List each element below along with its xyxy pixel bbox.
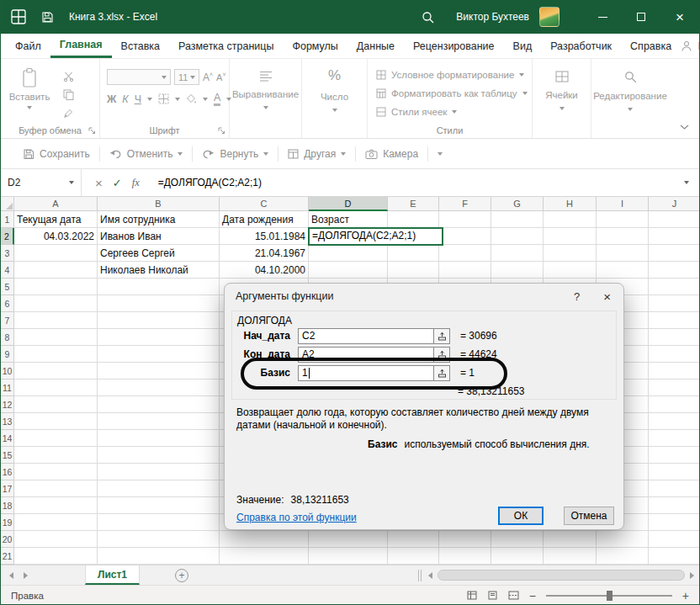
copy-icon[interactable] (63, 89, 74, 100)
row-header-11[interactable]: 11 (1, 379, 14, 396)
cell-A15[interactable] (14, 447, 98, 464)
cell-A21[interactable] (14, 548, 98, 565)
column-header-G[interactable]: G (491, 197, 544, 211)
cell-C1[interactable]: Дата рождения (220, 211, 309, 228)
cell-H20[interactable] (544, 531, 597, 548)
search-icon[interactable] (422, 11, 434, 24)
cell-A7[interactable] (14, 312, 98, 329)
cell-E3[interactable] (388, 245, 439, 262)
row-header-6[interactable]: 6 (1, 295, 14, 312)
cell-J18[interactable] (649, 497, 700, 514)
sheet-tab-list1[interactable]: Лист1 (85, 565, 140, 585)
cell-B13[interactable] (98, 413, 220, 430)
column-header-B[interactable]: B (98, 197, 220, 211)
collapse-ribbon-icon[interactable] (680, 125, 689, 130)
alignment-group[interactable]: Выравнивание (230, 59, 302, 138)
shrink-font-button[interactable]: А˅ (216, 72, 225, 82)
cell-J19[interactable] (649, 514, 700, 531)
scroll-left-icon[interactable] (428, 572, 432, 579)
cell-B16[interactable] (98, 464, 220, 480)
row-header-5[interactable]: 5 (1, 279, 14, 295)
column-header-J[interactable]: J (649, 197, 700, 211)
cell-J8[interactable] (649, 329, 700, 346)
row-header-19[interactable]: 19 (1, 514, 14, 531)
cell-J16[interactable] (649, 464, 700, 480)
cell-B3[interactable]: Сергеев Сергей (98, 245, 220, 262)
cell-B7[interactable] (98, 312, 220, 329)
cell-J11[interactable] (649, 379, 700, 396)
cell-D1[interactable]: Возраст (309, 211, 388, 228)
number-group[interactable]: % Число (302, 59, 368, 138)
cell-H4[interactable] (544, 262, 597, 279)
row-header-8[interactable]: 8 (1, 329, 14, 346)
cell-C20[interactable] (220, 531, 309, 548)
cell-J9[interactable] (649, 346, 700, 363)
editing-group[interactable]: Редактирование (591, 59, 669, 138)
share-button[interactable]: Поделиться (681, 34, 700, 58)
cell-H21[interactable] (544, 548, 597, 565)
cell-H1[interactable] (544, 211, 597, 228)
avatar[interactable] (539, 7, 559, 27)
cell-A10[interactable] (14, 363, 98, 379)
tab-help[interactable]: Справка (621, 34, 681, 58)
font-name-select[interactable] (107, 69, 171, 85)
enter-entry-icon[interactable]: ✓ (113, 177, 122, 189)
horizontal-scrollbar[interactable] (422, 570, 699, 581)
cell-A16[interactable] (14, 464, 98, 480)
cell-E4[interactable] (388, 262, 439, 279)
dialog-title-bar[interactable]: Аргументы функции ? × (225, 284, 623, 309)
row-header-15[interactable]: 15 (1, 447, 14, 464)
cell-A12[interactable] (14, 396, 98, 413)
format-as-table-button[interactable]: Форматировать как таблицу (376, 88, 528, 98)
cell-B9[interactable] (98, 346, 220, 363)
column-header-C[interactable]: C (220, 197, 309, 211)
zoom-slider[interactable] (546, 595, 672, 597)
save-quick-icon[interactable] (41, 11, 54, 24)
row-header-13[interactable]: 13 (1, 413, 14, 430)
row-header-1[interactable]: 1 (1, 211, 14, 228)
row-header-20[interactable]: 20 (1, 531, 14, 548)
cell-J13[interactable] (649, 413, 700, 430)
cell-A19[interactable] (14, 514, 98, 531)
cell-G3[interactable] (491, 245, 544, 262)
normal-view-icon[interactable] (467, 591, 477, 600)
range-picker-icon[interactable] (434, 347, 450, 363)
other-button[interactable]: Другая (288, 148, 346, 160)
cell-I4[interactable] (597, 262, 649, 279)
row-header-18[interactable]: 18 (1, 497, 14, 514)
cell-B14[interactable] (98, 430, 220, 447)
cell-E1[interactable] (388, 211, 439, 228)
page-layout-view-icon[interactable] (487, 591, 498, 600)
cell-B5[interactable] (98, 279, 220, 295)
zoom-in-button[interactable]: + (682, 589, 689, 602)
cell-I20[interactable] (597, 531, 649, 548)
cell-C3[interactable]: 21.04.1967 (220, 245, 309, 262)
tab-home[interactable]: Главная (50, 34, 112, 58)
row-header-16[interactable]: 16 (1, 464, 14, 480)
cell-D20[interactable] (309, 531, 388, 548)
cell-A4[interactable] (14, 262, 98, 279)
cell-I1[interactable] (597, 211, 649, 228)
cell-A20[interactable] (14, 531, 98, 548)
cell-I3[interactable] (597, 245, 649, 262)
cell-F20[interactable] (439, 531, 491, 548)
row-header-10[interactable]: 10 (1, 363, 14, 379)
user-name[interactable]: Виктор Бухтеев (456, 11, 529, 23)
italic-button[interactable]: К (122, 93, 128, 105)
cell-J6[interactable] (649, 295, 700, 312)
cell-B21[interactable] (98, 548, 220, 565)
cell-J4[interactable] (649, 262, 700, 279)
cell-B8[interactable] (98, 329, 220, 346)
cell-J3[interactable] (649, 245, 700, 262)
column-header-I[interactable]: I (597, 197, 649, 211)
cell-G20[interactable] (491, 531, 544, 548)
cell-B2[interactable]: Иванов Иван (98, 228, 220, 245)
save-button[interactable]: Сохранить (23, 148, 90, 160)
cell-F2[interactable] (439, 228, 491, 245)
cell-A17[interactable] (14, 480, 98, 497)
fill-color-icon[interactable] (186, 93, 197, 104)
cell-C21[interactable] (220, 548, 309, 565)
cell-D21[interactable] (309, 548, 388, 565)
row-header-17[interactable]: 17 (1, 480, 14, 497)
conditional-formatting-button[interactable]: Условное форматирование (376, 70, 524, 80)
